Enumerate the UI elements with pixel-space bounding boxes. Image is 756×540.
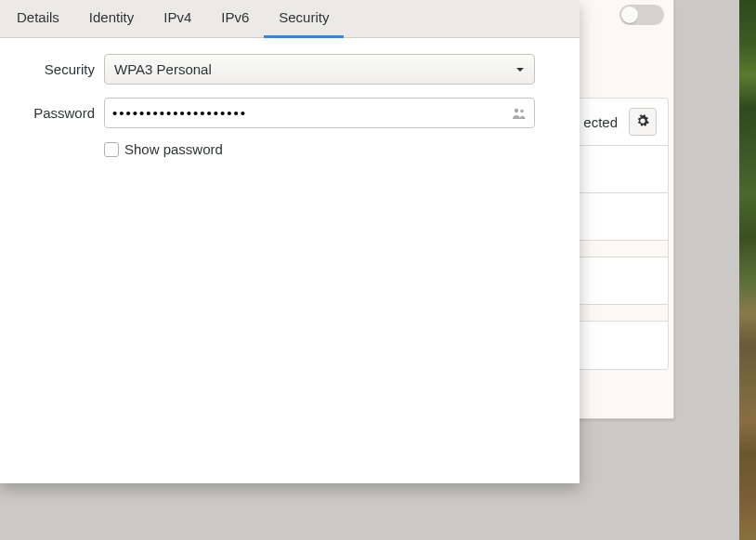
show-password-checkbox[interactable] [104,142,119,157]
tab-ipv4[interactable]: IPv4 [149,0,206,38]
security-type-dropdown[interactable]: WPA3 Personal [104,54,535,85]
show-password-row: Show password [104,141,535,157]
dialog-tabbar: Details Identity IPv4 IPv6 Security [0,0,580,38]
tab-label: Security [279,9,329,25]
show-password-label: Show password [124,141,223,157]
security-type-value: WPA3 Personal [114,61,212,77]
connection-status-label: ected [583,114,618,130]
tab-ipv6[interactable]: IPv6 [206,0,264,38]
desktop-background-strip [739,0,756,540]
tab-security[interactable]: Security [264,0,344,38]
tab-label: IPv6 [221,9,249,25]
tab-details[interactable]: Details [2,0,74,38]
wifi-security-dialog: Details Identity IPv4 IPv6 Security Secu… [0,0,580,483]
security-type-row: Security WPA3 Personal [0,54,535,85]
password-field-wrap [104,98,535,128]
password-store-icon[interactable] [512,107,527,120]
tab-label: IPv4 [163,9,191,25]
svg-point-1 [520,109,524,112]
password-label: Password [0,105,104,121]
tab-identity[interactable]: Identity [74,0,149,38]
security-tab-content: Security WPA3 Personal Password Show pas… [0,38,580,157]
tab-label: Identity [89,9,134,25]
switch-knob [621,7,638,23]
svg-point-0 [515,108,518,112]
switch-toggle[interactable] [619,5,664,25]
password-row: Password [0,98,535,128]
password-input[interactable] [112,105,512,121]
network-settings-button[interactable] [629,108,657,136]
chevron-down-icon [515,61,525,77]
security-label: Security [0,61,104,77]
tab-label: Details [17,9,59,25]
gear-icon [636,114,649,130]
